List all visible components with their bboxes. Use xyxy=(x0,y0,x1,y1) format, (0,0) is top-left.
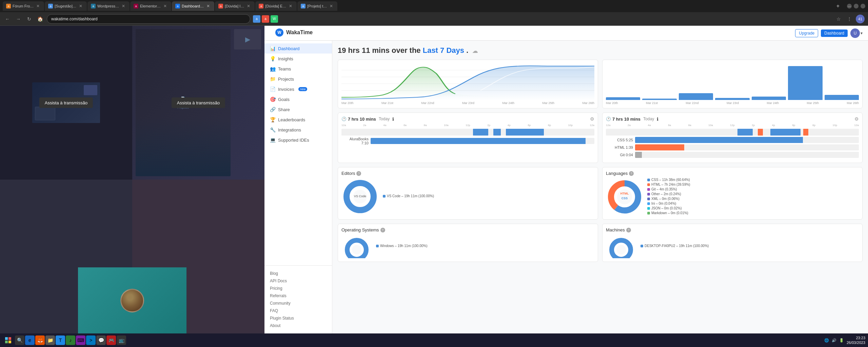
today-projects-card: 🕐 7 hrs 10 mins Today ℹ ⚙ 12a2a4a6a8a10a… xyxy=(338,113,598,163)
profile-icon[interactable]: 41 xyxy=(856,15,865,23)
address-bar: ← → ↻ 🏠 a a W ☆ ⋮ 41 xyxy=(0,12,868,26)
taskbar-icon-spotify[interactable]: ♪ xyxy=(66,335,75,345)
languages-info-icon: ? xyxy=(629,171,634,176)
tab-3[interactable]: a Elementor… ✕ xyxy=(130,1,171,11)
legend-label-xml: XML – 0m (0.06%) xyxy=(651,197,679,201)
bar-7 xyxy=(825,95,859,100)
taskbar-icon-explorer[interactable]: 📁 xyxy=(45,335,55,345)
ext-icon-3[interactable]: W xyxy=(271,15,278,23)
minimize-button[interactable]: — xyxy=(847,4,852,8)
sidebar-item-goals[interactable]: 🎯 Goals xyxy=(264,94,332,104)
taskbar-icon-firefox[interactable]: 🦊 xyxy=(35,335,45,345)
tab-1[interactable]: a [Sugestão]… ✕ xyxy=(45,1,87,11)
user-chevron[interactable]: ▾ xyxy=(861,31,863,36)
taskbar-icons: 🔍 e 🦊 📁 T ♪ ⌨ > 💬 🎮 📺 xyxy=(15,335,823,345)
tab-label-5: [Dúvida] I… xyxy=(225,4,244,8)
taskbar-network-icon: 🌐 xyxy=(824,338,829,343)
tab-close-6[interactable]: ✕ xyxy=(288,3,293,9)
legend-label-ini: Ini – 0m (0.04%) xyxy=(651,202,676,205)
taskbar-icon-terminal[interactable]: > xyxy=(86,335,96,345)
user-avatar-icon[interactable]: U xyxy=(850,28,860,38)
languages-legend: CSS – 11h 38m (60.64%) HTML – 7h 24m (39… xyxy=(647,178,690,216)
bookmark-button[interactable]: ☆ xyxy=(834,15,843,23)
taskbar-icon-app9[interactable]: 🎮 xyxy=(106,335,116,345)
bar-4 xyxy=(715,98,749,100)
sidebar-item-label-invoices: Invoices xyxy=(278,87,294,92)
taskbar-icon-edge[interactable]: e xyxy=(25,335,35,345)
taskbar-icon-teams[interactable]: T xyxy=(56,335,65,345)
tab-5[interactable]: a [Dúvida] I… ✕ xyxy=(215,1,255,11)
new-tab-button[interactable]: + xyxy=(834,3,842,9)
tab-close-0[interactable]: ✕ xyxy=(35,3,41,9)
integrations-icon: 🔧 xyxy=(270,127,275,132)
sidebar-item-projects[interactable]: 📁 Projects xyxy=(264,74,332,84)
today-gear-left[interactable]: ⚙ xyxy=(590,116,594,122)
address-input[interactable] xyxy=(47,14,250,24)
sidebar-item-dashboard[interactable]: 📊 Dashboard xyxy=(264,43,332,54)
tab-close-2[interactable]: ✕ xyxy=(121,3,126,9)
tab-close-4[interactable]: ✕ xyxy=(205,3,211,9)
back-button[interactable]: ← xyxy=(3,15,12,23)
footer-link-pricing[interactable]: Pricing xyxy=(270,285,327,292)
tab-2[interactable]: a Wordpress… ✕ xyxy=(87,1,130,11)
today-project-bar-fill xyxy=(371,138,586,144)
sidebar-item-share[interactable]: 🔗 Share xyxy=(264,104,332,115)
today-label-left: Today xyxy=(379,117,390,121)
legend-dot-css xyxy=(647,179,650,181)
assista-transmissao-btn-tr[interactable]: Assista à transmissão xyxy=(172,98,225,108)
forward-button[interactable]: → xyxy=(14,15,22,23)
timeline-block-r2 xyxy=(758,129,763,136)
home-button[interactable]: 🏠 xyxy=(36,15,44,23)
sidebar-item-supported-ides[interactable]: 💻 Supported IDEs xyxy=(264,135,332,145)
tab-close-1[interactable]: ✕ xyxy=(78,3,83,9)
tab-close-7[interactable]: ✕ xyxy=(329,3,334,9)
sidebar-item-insights[interactable]: 💡 Insights xyxy=(264,54,332,64)
legend-windows: Windows – 19h 11m (100.00%) xyxy=(376,244,428,248)
editors-languages-grid: Editors ? VS Code xyxy=(338,167,863,220)
tab-close-5[interactable]: ✕ xyxy=(246,3,251,9)
ext-icon-1[interactable]: a xyxy=(253,15,260,23)
today-gear-right[interactable]: ⚙ xyxy=(854,116,859,122)
taskbar-clock[interactable]: 23:23 26/03/2023 xyxy=(847,335,865,345)
footer-link-api-docs[interactable]: API Docs xyxy=(270,277,327,285)
footer-link-plugin-status[interactable]: Plugin Status xyxy=(270,314,327,322)
taskbar-icon-search[interactable]: 🔍 xyxy=(15,335,24,345)
reload-button[interactable]: ↻ xyxy=(25,15,33,23)
footer-link-blog[interactable]: Blog xyxy=(270,270,327,277)
last-7-days-link[interactable]: Last 7 Days xyxy=(423,46,464,55)
footer-link-faq[interactable]: FAQ xyxy=(270,307,327,314)
editors-legend: VS Code – 19h 11m (100.00%) xyxy=(383,194,434,199)
sidebar-item-leaderboards[interactable]: 🏆 Leaderboards xyxy=(264,115,332,125)
taskbar-icon-app10[interactable]: 📺 xyxy=(117,335,126,345)
footer-link-community[interactable]: Community xyxy=(270,300,327,307)
tab-6[interactable]: a [Dúvida] E… ✕ xyxy=(255,1,297,11)
dashboard-button[interactable]: Dashboard xyxy=(821,29,848,37)
tab-label-7: [Projeto] t… xyxy=(307,4,327,8)
footer-link-referrals[interactable]: Referrals xyxy=(270,292,327,300)
bar-group-6 xyxy=(788,66,822,100)
close-button[interactable] xyxy=(861,4,865,8)
legend-label-json: JSON – 0m (0.02%) xyxy=(651,206,682,210)
start-button[interactable] xyxy=(3,335,14,346)
taskbar-icon-vscode[interactable]: ⌨ xyxy=(76,335,85,345)
settings-button[interactable]: ⋮ xyxy=(845,15,854,23)
taskbar-icon-app8[interactable]: 💬 xyxy=(96,335,106,345)
ext-icon-2[interactable]: a xyxy=(262,15,269,23)
tab-0[interactable]: a Fórum Fro… ✕ xyxy=(3,1,44,11)
sidebar-item-label-supported-ides: Supported IDEs xyxy=(278,138,309,143)
main-content: Assista à transmissão ▶ 📄Padrões deProje… xyxy=(0,26,868,333)
tab-4[interactable]: a Dashboard… ✕ xyxy=(172,1,214,11)
tab-close-3[interactable]: ✕ xyxy=(162,3,168,9)
assista-transmissao-btn-tl[interactable]: Assista à transmissão xyxy=(39,98,93,108)
wakatime-logo-text: WakaTime xyxy=(286,29,313,36)
tab-7[interactable]: a [Projeto] t… ✕ xyxy=(297,1,337,11)
video-call-panel: Assista à transmissão ▶ 📄Padrões deProje… xyxy=(0,26,264,333)
sidebar-item-teams[interactable]: 👥 Teams xyxy=(264,64,332,74)
sidebar-item-integrations[interactable]: 🔧 Integrations xyxy=(264,125,332,135)
upgrade-button[interactable]: Upgrade xyxy=(795,29,818,37)
legend-dot-html xyxy=(647,183,650,186)
sidebar-item-invoices[interactable]: 📄 Invoices new xyxy=(264,84,332,94)
maximize-button[interactable] xyxy=(854,4,859,8)
footer-link-about[interactable]: About xyxy=(270,322,327,329)
tab-favicon-2: a xyxy=(91,4,96,8)
